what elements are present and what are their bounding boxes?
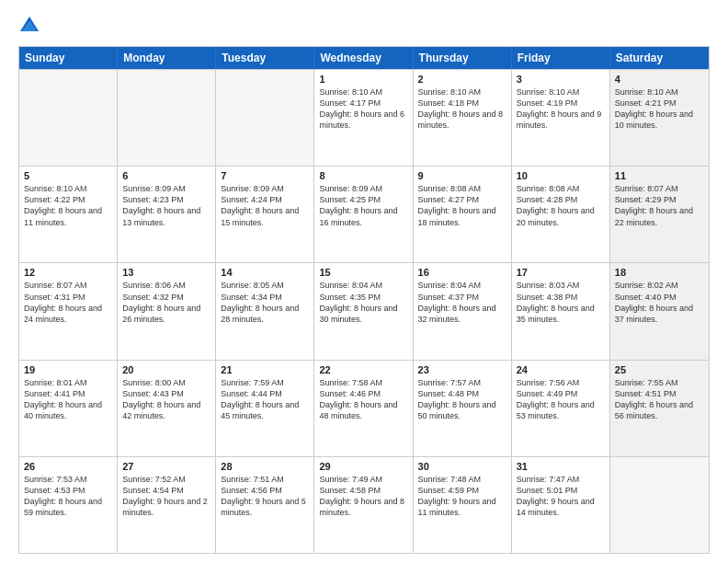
day-info: Sunrise: 8:01 AM Sunset: 4:41 PM Dayligh…	[24, 377, 112, 422]
day-info: Sunrise: 7:58 AM Sunset: 4:46 PM Dayligh…	[319, 377, 407, 422]
header	[18, 15, 710, 37]
day-info: Sunrise: 7:52 AM Sunset: 4:54 PM Dayligh…	[122, 474, 210, 519]
day-number: 31	[517, 461, 605, 472]
calendar: SundayMondayTuesdayWednesdayThursdayFrid…	[18, 46, 710, 554]
calendar-cell	[19, 70, 118, 166]
day-number: 25	[615, 364, 704, 375]
weekday-header: Wednesday	[314, 47, 413, 69]
calendar-body: 1Sunrise: 8:10 AM Sunset: 4:17 PM Daylig…	[19, 69, 709, 553]
day-info: Sunrise: 7:53 AM Sunset: 4:53 PM Dayligh…	[24, 474, 112, 519]
day-number: 29	[319, 461, 407, 472]
day-info: Sunrise: 8:04 AM Sunset: 4:37 PM Dayligh…	[418, 280, 506, 325]
calendar-cell: 11Sunrise: 8:07 AM Sunset: 4:29 PM Dayli…	[610, 167, 709, 262]
weekday-header: Monday	[118, 47, 216, 69]
logo	[18, 15, 44, 37]
day-number: 22	[319, 364, 407, 375]
day-number: 5	[24, 170, 112, 181]
calendar-header: SundayMondayTuesdayWednesdayThursdayFrid…	[19, 47, 709, 69]
calendar-cell: 2Sunrise: 8:10 AM Sunset: 4:18 PM Daylig…	[414, 70, 512, 166]
day-number: 30	[418, 461, 506, 472]
day-info: Sunrise: 7:49 AM Sunset: 4:58 PM Dayligh…	[319, 474, 407, 519]
weekday-header: Sunday	[19, 47, 118, 69]
day-number: 3	[517, 74, 605, 85]
day-info: Sunrise: 8:04 AM Sunset: 4:35 PM Dayligh…	[319, 280, 407, 325]
calendar-cell: 14Sunrise: 8:05 AM Sunset: 4:34 PM Dayli…	[216, 263, 314, 359]
page: SundayMondayTuesdayWednesdayThursdayFrid…	[0, 0, 728, 563]
day-info: Sunrise: 8:05 AM Sunset: 4:34 PM Dayligh…	[221, 280, 309, 325]
day-number: 15	[319, 267, 407, 278]
calendar-cell: 21Sunrise: 7:59 AM Sunset: 4:44 PM Dayli…	[216, 361, 314, 456]
calendar-cell: 7Sunrise: 8:09 AM Sunset: 4:24 PM Daylig…	[216, 167, 314, 262]
calendar-cell: 29Sunrise: 7:49 AM Sunset: 4:58 PM Dayli…	[314, 457, 413, 553]
day-info: Sunrise: 7:48 AM Sunset: 4:59 PM Dayligh…	[418, 474, 506, 519]
weekday-header: Tuesday	[216, 47, 314, 69]
day-info: Sunrise: 8:10 AM Sunset: 4:21 PM Dayligh…	[615, 86, 704, 132]
day-number: 28	[221, 461, 309, 472]
calendar-cell	[118, 70, 216, 166]
calendar-cell: 26Sunrise: 7:53 AM Sunset: 4:53 PM Dayli…	[19, 457, 118, 553]
weekday-header: Thursday	[414, 47, 512, 69]
calendar-cell: 10Sunrise: 8:08 AM Sunset: 4:28 PM Dayli…	[512, 167, 610, 262]
weekday-header: Friday	[512, 47, 610, 69]
day-number: 8	[319, 170, 407, 181]
day-number: 21	[221, 364, 309, 375]
calendar-cell: 15Sunrise: 8:04 AM Sunset: 4:35 PM Dayli…	[314, 263, 413, 359]
calendar-cell	[216, 70, 314, 166]
calendar-cell: 20Sunrise: 8:00 AM Sunset: 4:43 PM Dayli…	[118, 361, 216, 456]
day-info: Sunrise: 8:00 AM Sunset: 4:43 PM Dayligh…	[122, 377, 210, 422]
day-info: Sunrise: 8:02 AM Sunset: 4:40 PM Dayligh…	[615, 280, 704, 325]
logo-icon	[18, 15, 40, 37]
calendar-row: 12Sunrise: 8:07 AM Sunset: 4:31 PM Dayli…	[19, 262, 709, 359]
day-info: Sunrise: 8:09 AM Sunset: 4:23 PM Dayligh…	[122, 183, 210, 228]
calendar-cell: 30Sunrise: 7:48 AM Sunset: 4:59 PM Dayli…	[414, 457, 512, 553]
calendar-cell: 27Sunrise: 7:52 AM Sunset: 4:54 PM Dayli…	[118, 457, 216, 553]
calendar-cell: 12Sunrise: 8:07 AM Sunset: 4:31 PM Dayli…	[19, 263, 118, 359]
calendar-cell: 17Sunrise: 8:03 AM Sunset: 4:38 PM Dayli…	[512, 263, 610, 359]
calendar-row: 5Sunrise: 8:10 AM Sunset: 4:22 PM Daylig…	[19, 166, 709, 262]
day-number: 4	[615, 74, 704, 85]
day-info: Sunrise: 8:10 AM Sunset: 4:17 PM Dayligh…	[319, 86, 407, 132]
day-number: 23	[418, 364, 506, 375]
day-info: Sunrise: 7:56 AM Sunset: 4:49 PM Dayligh…	[517, 377, 605, 422]
calendar-cell: 16Sunrise: 8:04 AM Sunset: 4:37 PM Dayli…	[414, 263, 512, 359]
day-number: 26	[24, 461, 112, 472]
day-number: 17	[517, 267, 605, 278]
day-number: 18	[615, 267, 704, 278]
day-info: Sunrise: 8:09 AM Sunset: 4:25 PM Dayligh…	[319, 183, 407, 228]
day-number: 14	[221, 267, 309, 278]
day-number: 2	[418, 74, 506, 85]
calendar-cell: 1Sunrise: 8:10 AM Sunset: 4:17 PM Daylig…	[314, 70, 413, 166]
calendar-cell: 31Sunrise: 7:47 AM Sunset: 5:01 PM Dayli…	[512, 457, 610, 553]
calendar-cell: 8Sunrise: 8:09 AM Sunset: 4:25 PM Daylig…	[314, 167, 413, 262]
day-info: Sunrise: 8:07 AM Sunset: 4:31 PM Dayligh…	[24, 280, 112, 325]
day-number: 12	[24, 267, 112, 278]
calendar-row: 1Sunrise: 8:10 AM Sunset: 4:17 PM Daylig…	[19, 69, 709, 166]
day-number: 7	[221, 170, 309, 181]
calendar-cell: 4Sunrise: 8:10 AM Sunset: 4:21 PM Daylig…	[610, 70, 709, 166]
day-number: 16	[418, 267, 506, 278]
calendar-cell: 19Sunrise: 8:01 AM Sunset: 4:41 PM Dayli…	[19, 361, 118, 456]
day-number: 1	[319, 74, 407, 85]
day-info: Sunrise: 7:57 AM Sunset: 4:48 PM Dayligh…	[418, 377, 506, 422]
day-info: Sunrise: 8:10 AM Sunset: 4:18 PM Dayligh…	[418, 86, 506, 132]
weekday-header: Saturday	[610, 47, 709, 69]
day-number: 11	[615, 170, 704, 181]
calendar-cell: 25Sunrise: 7:55 AM Sunset: 4:51 PM Dayli…	[610, 361, 709, 456]
day-info: Sunrise: 8:10 AM Sunset: 4:22 PM Dayligh…	[24, 183, 112, 228]
calendar-cell: 18Sunrise: 8:02 AM Sunset: 4:40 PM Dayli…	[610, 263, 709, 359]
calendar-cell: 23Sunrise: 7:57 AM Sunset: 4:48 PM Dayli…	[414, 361, 512, 456]
day-number: 10	[517, 170, 605, 181]
calendar-cell: 3Sunrise: 8:10 AM Sunset: 4:19 PM Daylig…	[512, 70, 610, 166]
day-info: Sunrise: 8:08 AM Sunset: 4:28 PM Dayligh…	[517, 183, 605, 228]
calendar-cell: 6Sunrise: 8:09 AM Sunset: 4:23 PM Daylig…	[118, 167, 216, 262]
calendar-row: 19Sunrise: 8:01 AM Sunset: 4:41 PM Dayli…	[19, 360, 709, 456]
day-number: 20	[122, 364, 210, 375]
day-number: 24	[517, 364, 605, 375]
day-info: Sunrise: 7:51 AM Sunset: 4:56 PM Dayligh…	[221, 474, 309, 519]
day-number: 19	[24, 364, 112, 375]
day-info: Sunrise: 7:55 AM Sunset: 4:51 PM Dayligh…	[615, 377, 704, 422]
day-info: Sunrise: 8:03 AM Sunset: 4:38 PM Dayligh…	[517, 280, 605, 325]
day-info: Sunrise: 7:59 AM Sunset: 4:44 PM Dayligh…	[221, 377, 309, 422]
calendar-row: 26Sunrise: 7:53 AM Sunset: 4:53 PM Dayli…	[19, 456, 709, 553]
day-number: 13	[122, 267, 210, 278]
